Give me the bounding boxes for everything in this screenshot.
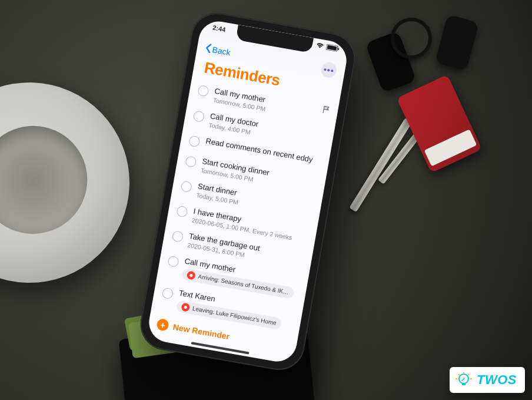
flag-icon [322, 105, 330, 116]
keys-prop [332, 0, 508, 177]
watermark-badge: TWOS [450, 367, 525, 393]
complete-toggle[interactable] [197, 85, 210, 97]
svg-line-13 [468, 374, 469, 375]
reminders-list[interactable]: Call my mother Tomorrow, 5:00 PM Call my… [151, 79, 339, 336]
complete-toggle[interactable] [172, 230, 184, 243]
location-dot-icon [187, 270, 196, 280]
chevron-left-icon [204, 42, 212, 54]
complete-toggle[interactable] [167, 255, 179, 267]
battery-icon [325, 44, 340, 54]
complete-toggle[interactable] [188, 135, 201, 147]
complete-toggle[interactable] [185, 156, 197, 168]
svg-rect-6 [338, 48, 340, 50]
svg-line-12 [458, 374, 460, 375]
complete-toggle[interactable] [192, 110, 205, 123]
watermark-text: TWOS [477, 372, 517, 388]
svg-rect-5 [327, 45, 337, 51]
more-button[interactable]: ••• [320, 61, 338, 79]
wifi-icon [315, 42, 325, 50]
back-button[interactable]: Back [204, 42, 231, 58]
home-indicator[interactable] [191, 342, 250, 354]
ellipsis-icon: ••• [323, 64, 335, 75]
lightbulb-icon [455, 372, 472, 388]
complete-toggle[interactable] [162, 287, 174, 299]
complete-toggle[interactable] [180, 180, 192, 193]
status-time: 2:44 [212, 24, 226, 34]
back-label: Back [212, 45, 231, 57]
complete-toggle[interactable] [176, 206, 188, 218]
svg-rect-8 [462, 383, 466, 385]
location-dot-icon [181, 302, 190, 312]
plus-circle-icon: + [156, 318, 169, 332]
